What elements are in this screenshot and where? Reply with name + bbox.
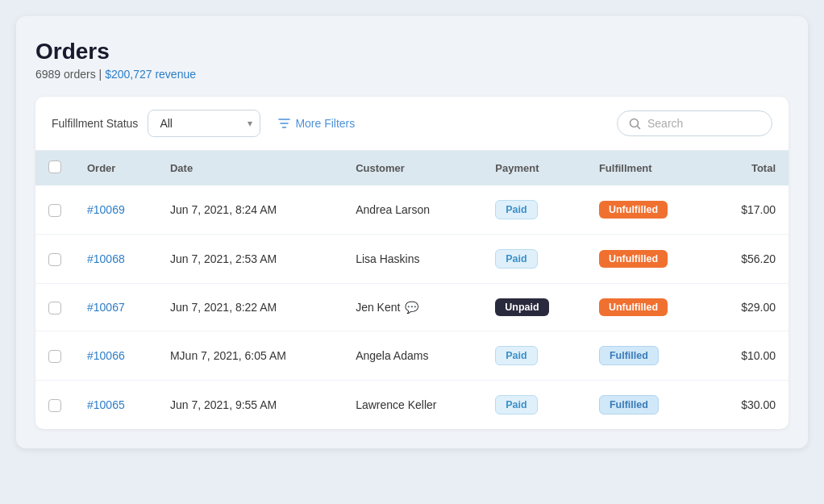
payment-badge: Paid bbox=[495, 395, 537, 414]
row-checkbox-cell bbox=[35, 331, 74, 381]
payment-badge: Unpaid bbox=[495, 298, 548, 316]
page-subtitle: 6989 orders | $200,727 revenue bbox=[35, 68, 789, 81]
orders-card: Fulfillment Status All Unfulfilled Fulfi… bbox=[35, 97, 789, 429]
customer-name: Angela Adams bbox=[356, 349, 428, 362]
table-row: #10065Jun 7, 2021, 9:55 AMLawrence Kelle… bbox=[35, 381, 789, 430]
order-payment: Paid bbox=[482, 185, 586, 235]
customer-name: Lisa Haskins bbox=[356, 252, 419, 265]
order-date: MJun 7, 2021, 6:05 AM bbox=[157, 331, 343, 381]
fulfillment-filter-select[interactable]: All Unfulfilled Fulfilled Pending bbox=[148, 110, 260, 137]
revenue-amount: $200,727 revenue bbox=[105, 68, 196, 81]
fulfillment-badge: Unfulfilled bbox=[599, 201, 668, 219]
order-fulfillment: Unfulfilled bbox=[586, 235, 710, 284]
more-filters-button[interactable]: More Filters bbox=[270, 110, 363, 136]
order-date: Jun 7, 2021, 2:53 AM bbox=[157, 235, 343, 284]
page-container: Orders 6989 orders | $200,727 revenue Fu… bbox=[16, 16, 808, 448]
row-checkbox-cell bbox=[35, 284, 74, 331]
orders-table: Order Date Customer Payment Fulfillment … bbox=[35, 151, 789, 429]
header-total: Total bbox=[710, 151, 789, 185]
table-row: #10067Jun 7, 2021, 8:22 AMJen Kent💬Unpai… bbox=[35, 284, 789, 331]
row-checkbox-cell bbox=[35, 235, 74, 284]
order-payment: Paid bbox=[482, 381, 586, 430]
header-fulfillment: Fulfillment bbox=[586, 151, 710, 185]
order-total: $29.00 bbox=[710, 284, 789, 331]
order-total: $17.00 bbox=[710, 185, 789, 235]
order-date: Jun 7, 2021, 8:22 AM bbox=[157, 284, 343, 331]
fulfillment-badge: Unfulfilled bbox=[599, 250, 668, 268]
order-payment: Unpaid bbox=[482, 284, 586, 331]
order-fulfillment: Unfulfilled bbox=[586, 284, 710, 331]
fulfillment-filter-wrapper: All Unfulfilled Fulfilled Pending ▾ bbox=[148, 110, 260, 137]
order-customer: Lawrence Keller bbox=[343, 381, 482, 430]
order-number[interactable]: #10069 bbox=[74, 185, 157, 235]
header-checkbox-cell bbox=[35, 151, 74, 185]
header-date: Date bbox=[157, 151, 343, 185]
more-filters-label: More Filters bbox=[295, 117, 355, 130]
header-customer: Customer bbox=[343, 151, 482, 185]
fulfillment-badge: Fulfilled bbox=[599, 395, 659, 414]
header-order: Order bbox=[74, 151, 157, 185]
order-payment: Paid bbox=[482, 331, 586, 381]
order-number[interactable]: #10066 bbox=[74, 331, 157, 381]
page-title: Orders bbox=[35, 39, 789, 65]
order-customer: Lisa Haskins bbox=[343, 235, 482, 284]
header-payment: Payment bbox=[482, 151, 586, 185]
order-total: $10.00 bbox=[710, 331, 789, 381]
customer-name: Jen Kent bbox=[356, 301, 400, 314]
row-checkbox[interactable] bbox=[48, 399, 61, 412]
row-checkbox-cell bbox=[35, 381, 74, 430]
order-total: $56.20 bbox=[710, 235, 789, 284]
payment-badge: Paid bbox=[495, 249, 537, 269]
select-all-checkbox[interactable] bbox=[48, 160, 61, 173]
orders-count: 6989 orders bbox=[35, 68, 96, 81]
order-fulfillment: Fulfilled bbox=[586, 331, 710, 381]
search-wrapper bbox=[617, 110, 772, 136]
search-input[interactable] bbox=[647, 117, 760, 130]
search-icon bbox=[629, 118, 641, 130]
customer-name: Andrea Larson bbox=[356, 203, 430, 216]
table-row: #10068Jun 7, 2021, 2:53 AMLisa HaskinsPa… bbox=[35, 235, 789, 284]
order-number[interactable]: #10065 bbox=[74, 381, 157, 430]
order-total: $30.00 bbox=[710, 381, 789, 430]
order-fulfillment: Fulfilled bbox=[586, 381, 710, 430]
filter-icon bbox=[278, 118, 290, 129]
table-row: #10066MJun 7, 2021, 6:05 AMAngela AdamsP… bbox=[35, 331, 789, 381]
payment-badge: Paid bbox=[495, 200, 537, 219]
table-body: #10069Jun 7, 2021, 8:24 AMAndrea LarsonP… bbox=[35, 185, 789, 429]
fulfillment-filter-label: Fulfillment Status bbox=[52, 117, 138, 130]
order-number[interactable]: #10068 bbox=[74, 235, 157, 284]
order-customer: Jen Kent💬 bbox=[343, 284, 482, 331]
customer-name: Lawrence Keller bbox=[356, 398, 436, 411]
order-number[interactable]: #10067 bbox=[74, 284, 157, 331]
row-checkbox[interactable] bbox=[48, 350, 61, 363]
order-date: Jun 7, 2021, 9:55 AM bbox=[157, 381, 343, 430]
table-header: Order Date Customer Payment Fulfillment … bbox=[35, 151, 789, 185]
table-row: #10069Jun 7, 2021, 8:24 AMAndrea LarsonP… bbox=[35, 185, 789, 235]
payment-badge: Paid bbox=[495, 346, 537, 365]
order-customer: Andrea Larson bbox=[343, 185, 482, 235]
row-checkbox[interactable] bbox=[48, 204, 61, 217]
fulfillment-badge: Fulfilled bbox=[599, 346, 659, 365]
chat-icon[interactable]: 💬 bbox=[405, 301, 418, 314]
fulfillment-badge: Unfulfilled bbox=[599, 298, 668, 316]
order-payment: Paid bbox=[482, 235, 586, 284]
order-date: Jun 7, 2021, 8:24 AM bbox=[157, 185, 343, 235]
row-checkbox-cell bbox=[35, 185, 74, 235]
toolbar: Fulfillment Status All Unfulfilled Fulfi… bbox=[35, 97, 789, 151]
row-checkbox[interactable] bbox=[48, 253, 61, 266]
order-customer: Angela Adams bbox=[343, 331, 482, 381]
row-checkbox[interactable] bbox=[48, 302, 61, 314]
order-fulfillment: Unfulfilled bbox=[586, 185, 710, 235]
